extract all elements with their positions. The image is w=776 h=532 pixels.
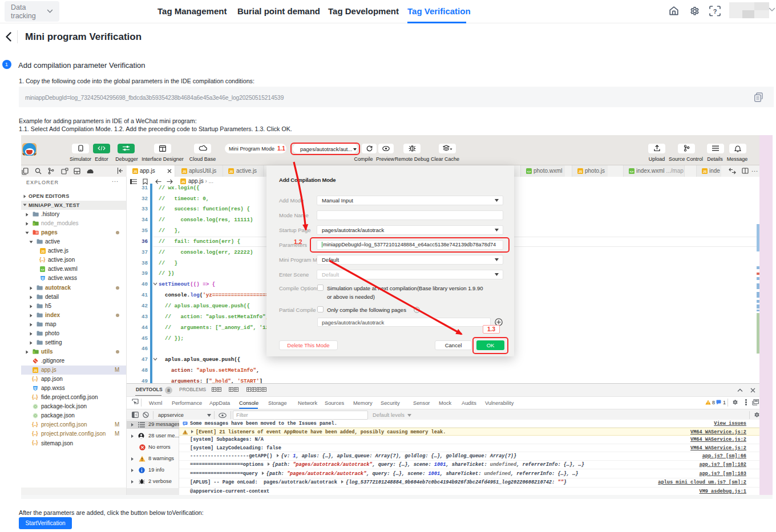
svg-text:?: ? xyxy=(713,8,717,15)
